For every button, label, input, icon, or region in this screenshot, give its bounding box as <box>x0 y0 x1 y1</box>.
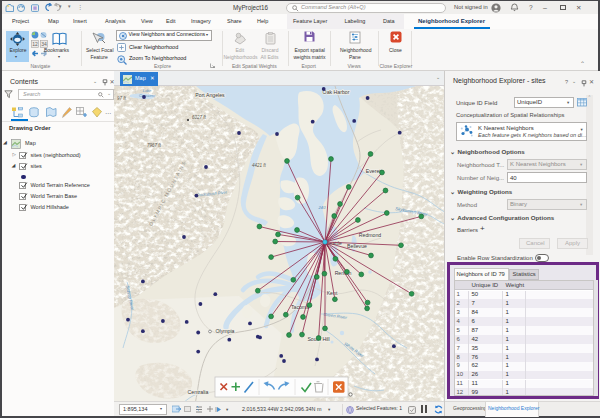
svg-text:Oak Harbor: Oak Harbor <box>323 89 350 95</box>
svg-text:4421 ft: 4421 ft <box>252 163 267 168</box>
svg-text:6027 ft: 6027 ft <box>192 115 207 120</box>
svg-text:12: 12 <box>32 41 38 47</box>
svg-text:Centralia: Centralia <box>188 389 209 395</box>
svg-text:Kent: Kent <box>327 290 338 296</box>
svg-text:Crescent: Crescent <box>139 93 156 98</box>
svg-text:7967 ft: 7967 ft <box>147 143 162 148</box>
svg-text:97 ft: 97 ft <box>117 96 127 101</box>
svg-text:240: 240 <box>318 205 327 210</box>
svg-text:Port Angeles: Port Angeles <box>195 92 225 98</box>
svg-text:Olympia: Olympia <box>215 328 234 334</box>
